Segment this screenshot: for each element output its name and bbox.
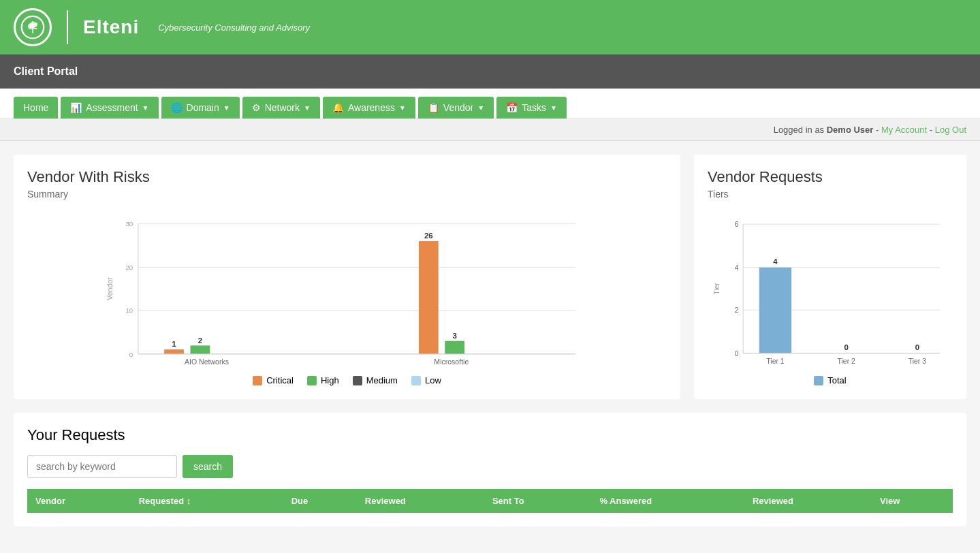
chevron-down-icon: ▼ [550, 104, 557, 112]
logout-link[interactable]: Log Out [935, 125, 966, 135]
separator1: - [876, 125, 881, 135]
your-requests-section: Your Requests search Vendor Requested ↕ … [14, 413, 966, 526]
svg-text:0: 0 [915, 343, 919, 351]
nav-assessment-label: Assessment [86, 102, 138, 113]
search-row: search [27, 455, 953, 478]
svg-text:Vendor: Vendor [106, 277, 114, 300]
nav-tasks-label: Tasks [522, 102, 546, 113]
legend-low: Low [411, 375, 441, 385]
nav-tasks[interactable]: 📅 Tasks ▼ [496, 97, 567, 118]
chevron-down-icon: ▼ [304, 104, 311, 112]
nav-home-label: Home [23, 102, 48, 113]
vendor-requests-legend: Total [708, 375, 953, 385]
col-vendor: Vendor [27, 489, 131, 513]
col-sent-to: Sent To [484, 489, 591, 513]
vendor-risks-title: Vendor With Risks [27, 168, 667, 186]
svg-rect-17 [445, 341, 464, 354]
nav-domain[interactable]: 🌐 Domain ▼ [161, 97, 240, 118]
low-label: Low [425, 375, 441, 385]
nav-home[interactable]: Home [14, 97, 58, 118]
critical-swatch [253, 376, 262, 385]
brand-tagline: Cybersecurity Consulting and Advisory [158, 22, 310, 33]
chevron-down-icon: ▼ [142, 104, 149, 112]
logo-icon [14, 8, 52, 46]
svg-text:0: 0 [735, 350, 739, 358]
nav-domain-label: Domain [187, 102, 219, 113]
legend-total: Total [814, 375, 846, 385]
svg-text:0: 0 [129, 351, 133, 358]
svg-text:10: 10 [126, 306, 133, 314]
nav-bar: Home 📊 Assessment ▼ 🌐 Domain ▼ ⚙ Network… [0, 89, 980, 119]
svg-text:4: 4 [735, 264, 739, 272]
svg-text:1: 1 [172, 340, 176, 348]
low-swatch [411, 376, 421, 385]
sub-header: Client Portal [0, 54, 980, 89]
search-button[interactable]: search [183, 455, 233, 478]
nav-tasks-icon: 📅 [506, 102, 518, 113]
separator2: - [930, 125, 935, 135]
svg-text:6: 6 [735, 221, 739, 228]
svg-text:Microsoftie: Microsoftie [434, 358, 469, 366]
login-prefix: Logged in as [774, 125, 827, 135]
high-swatch [307, 376, 317, 385]
my-account-link[interactable]: My Account [881, 125, 927, 135]
high-label: High [321, 375, 339, 385]
svg-text:2: 2 [198, 336, 202, 345]
legend-critical: Critical [253, 375, 294, 385]
vendor-risks-subtitle: Summary [27, 189, 667, 200]
requests-table: Vendor Requested ↕ Due Reviewed Sent To … [27, 489, 953, 513]
svg-text:2: 2 [735, 306, 739, 314]
vendor-requests-title: Vendor Requests [708, 168, 953, 186]
vendor-requests-section: Vendor Requests Tiers Tier 0 2 4 6 4 Tie… [694, 155, 966, 399]
nav-network-label: Network [265, 102, 300, 113]
svg-rect-12 [191, 345, 210, 353]
col-reviewed2: Reviewed [744, 489, 872, 513]
svg-text:Tier 1: Tier 1 [766, 358, 784, 365]
medium-label: Medium [366, 375, 398, 385]
svg-text:0: 0 [844, 343, 849, 351]
chevron-down-icon: ▼ [399, 104, 406, 112]
legend-medium: Medium [353, 375, 398, 385]
critical-label: Critical [266, 375, 294, 385]
search-input[interactable] [27, 455, 177, 478]
chevron-down-icon: ▼ [223, 104, 230, 112]
vendor-requests-subtitle: Tiers [708, 189, 953, 200]
nav-domain-icon: 🌐 [171, 102, 183, 113]
svg-text:Tier 3: Tier 3 [908, 358, 926, 365]
svg-text:4: 4 [773, 257, 778, 266]
svg-text:3: 3 [452, 332, 456, 340]
top-header: Elteni Cybersecurity Consulting and Advi… [0, 0, 980, 54]
vendor-requests-chart: Tier 0 2 4 6 4 Tier 1 0 Tier 2 [708, 210, 953, 367]
legend-high: High [307, 375, 339, 385]
vendor-risks-legend: Critical High Medium Low [27, 375, 667, 385]
svg-text:Tier 2: Tier 2 [838, 358, 855, 365]
nav-awareness-label: Awareness [348, 102, 395, 113]
total-swatch [814, 376, 823, 385]
chevron-down-icon: ▼ [477, 104, 484, 112]
nav-vendor-label: Vendor [443, 102, 473, 113]
brand-name: Elteni [83, 16, 139, 38]
total-label: Total [827, 375, 846, 385]
vendor-risks-chart: Vendor 0 10 20 30 1 2 AIO Netwo [27, 210, 667, 367]
nav-assessment[interactable]: 📊 Assessment ▼ [61, 97, 158, 118]
nav-network[interactable]: ⚙ Network ▼ [242, 97, 320, 118]
col-pct-answered: % Answered [591, 489, 744, 513]
svg-text:20: 20 [126, 264, 133, 271]
nav-items: Home 📊 Assessment ▼ 🌐 Domain ▼ ⚙ Network… [14, 97, 966, 118]
svg-text:30: 30 [126, 220, 133, 227]
svg-rect-15 [419, 241, 439, 354]
svg-text:AIO Networks: AIO Networks [185, 358, 229, 366]
svg-rect-10 [164, 349, 184, 354]
brand-divider [67, 10, 68, 44]
nav-assessment-icon: 📊 [70, 102, 82, 113]
nav-network-icon: ⚙ [252, 102, 261, 113]
your-requests-title: Your Requests [27, 426, 953, 444]
svg-rect-31 [759, 268, 791, 353]
col-requested: Requested ↕ [131, 489, 283, 513]
username: Demo User [827, 125, 874, 135]
nav-vendor-icon: 📋 [428, 102, 439, 113]
nav-vendor[interactable]: 📋 Vendor ▼ [418, 97, 494, 118]
main-content: Vendor With Risks Summary Vendor 0 10 20… [0, 141, 980, 540]
nav-awareness[interactable]: 🔔 Awareness ▼ [323, 97, 415, 118]
col-reviewed: Reviewed [357, 489, 484, 513]
